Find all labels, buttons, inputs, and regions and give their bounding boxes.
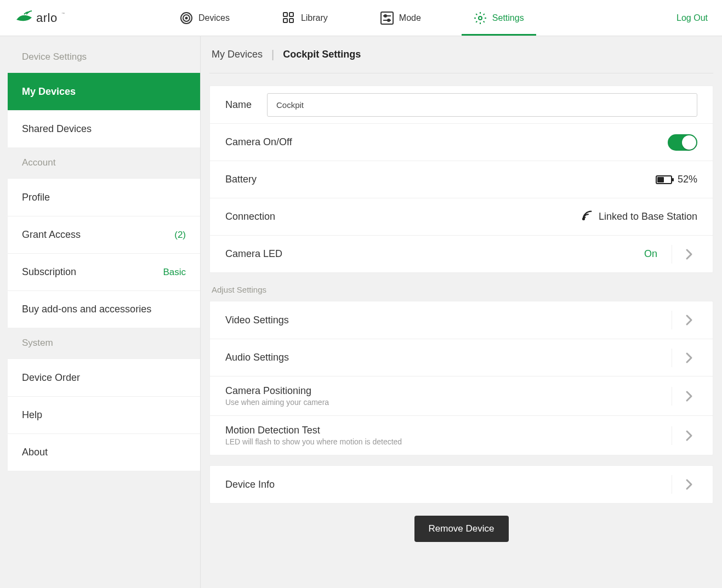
sidebar-item-label: Subscription	[22, 266, 76, 278]
camera-toggle[interactable]	[668, 134, 697, 151]
chevron-right-icon	[681, 248, 697, 260]
chevron-right-icon	[681, 430, 697, 442]
nav-library[interactable]: Library	[256, 0, 354, 36]
sidebar-item-grant-access[interactable]: Grant Access (2)	[8, 216, 200, 253]
separator	[672, 475, 672, 494]
svg-rect-8	[289, 19, 293, 22]
sidebar-item-label: About	[22, 447, 48, 458]
sidebar-item-label: Grant Access	[22, 229, 81, 241]
breadcrumb-current: Cockpit Settings	[283, 49, 361, 60]
row-battery: Battery 52%	[210, 161, 713, 198]
nav-devices[interactable]: Devices	[154, 0, 256, 36]
svg-text:arlo: arlo	[36, 11, 58, 25]
connection-value: Linked to Base Station	[599, 211, 697, 222]
sidebar-item-subscription[interactable]: Subscription Basic	[8, 253, 200, 290]
svg-rect-7	[283, 19, 287, 22]
remove-device-button[interactable]: Remove Device	[414, 516, 509, 542]
separator	[672, 245, 672, 264]
breadcrumb: My Devices | Cockpit Settings	[209, 36, 713, 73]
nav-label: Library	[301, 13, 328, 23]
device-info-card: Device Info	[209, 465, 713, 504]
motion-subtitle: LED will flash to show you where motion …	[225, 437, 402, 446]
nav-mode[interactable]: Mode	[354, 0, 447, 36]
sidebar-item-device-order[interactable]: Device Order	[8, 359, 200, 396]
sidebar-header-device-settings: Device Settings	[8, 42, 200, 72]
battery-label: Battery	[225, 174, 257, 185]
device-name-input[interactable]	[267, 93, 697, 117]
breadcrumb-separator: |	[271, 48, 274, 61]
battery-icon	[656, 175, 672, 184]
svg-point-11	[384, 15, 386, 17]
separator	[672, 311, 672, 329]
sidebar-item-label: Shared Devices	[22, 123, 92, 135]
separator	[672, 426, 672, 445]
svg-rect-9	[381, 12, 393, 24]
nav-label: Mode	[399, 13, 421, 23]
main-content: My Devices | Cockpit Settings Name Camer…	[201, 36, 722, 588]
svg-point-14	[479, 16, 482, 20]
sidebar-item-profile[interactable]: Profile	[8, 179, 200, 216]
top-nav: arlo ™ Devices Library Mode Sett	[0, 0, 722, 36]
sidebar-item-label: Buy add-ons and accessories	[22, 304, 151, 315]
primary-settings-card: Name Camera On/Off Battery 52% Connectio…	[209, 85, 713, 273]
grant-access-count: (2)	[174, 230, 186, 241]
audio-settings-label: Audio Settings	[225, 352, 289, 363]
row-camera-positioning[interactable]: Camera Positioning Use when aiming your …	[210, 376, 713, 415]
svg-rect-5	[283, 13, 287, 16]
nav-label: Devices	[198, 13, 230, 23]
nav-settings[interactable]: Settings	[447, 0, 550, 36]
sidebar-item-shared-devices[interactable]: Shared Devices	[8, 110, 200, 147]
connection-label: Connection	[225, 211, 275, 222]
subscription-plan: Basic	[163, 267, 186, 278]
battery-percent: 52%	[678, 174, 697, 185]
device-info-label: Device Info	[225, 479, 275, 490]
row-camera-led[interactable]: Camera LED On	[210, 235, 713, 272]
sidebar-header-account: Account	[8, 147, 200, 178]
target-icon	[180, 12, 193, 25]
sidebar-item-label: Help	[22, 409, 42, 421]
sidebar-item-label: Device Order	[22, 372, 80, 384]
separator	[672, 387, 672, 406]
camera-led-label: Camera LED	[225, 248, 282, 260]
nav-items: Devices Library Mode Settings	[154, 0, 676, 36]
motion-label: Motion Detection Test	[225, 425, 402, 436]
svg-point-13	[388, 19, 390, 21]
sliders-icon	[380, 12, 394, 25]
svg-point-4	[185, 16, 188, 19]
sidebar-item-help[interactable]: Help	[8, 396, 200, 433]
row-connection: Connection Linked to Base Station	[210, 198, 713, 235]
breadcrumb-root[interactable]: My Devices	[212, 49, 263, 60]
positioning-subtitle: Use when aiming your camera	[225, 398, 329, 407]
separator	[672, 349, 672, 367]
brand-logo: arlo ™	[0, 9, 154, 27]
adjust-settings-header: Adjust Settings	[209, 273, 713, 301]
adjust-settings-card: Video Settings Audio Settings	[209, 301, 713, 455]
chevron-right-icon	[681, 352, 697, 364]
camera-led-value: On	[644, 248, 657, 260]
sidebar-item-label: My Devices	[22, 86, 76, 98]
video-settings-label: Video Settings	[225, 315, 289, 326]
positioning-label: Camera Positioning	[225, 385, 329, 397]
row-audio-settings[interactable]: Audio Settings	[210, 339, 713, 376]
row-name: Name	[210, 86, 713, 123]
sidebar-item-addons[interactable]: Buy add-ons and accessories	[8, 290, 200, 328]
chevron-right-icon	[681, 390, 697, 402]
svg-text:™: ™	[61, 12, 65, 15]
name-label: Name	[225, 99, 252, 111]
sidebar-item-my-devices[interactable]: My Devices	[8, 73, 200, 110]
gear-icon	[474, 12, 487, 25]
camera-onoff-label: Camera On/Off	[225, 136, 292, 148]
row-camera-onoff: Camera On/Off	[210, 123, 713, 161]
row-motion-detection[interactable]: Motion Detection Test LED will flash to …	[210, 415, 713, 455]
nav-label: Settings	[492, 13, 524, 23]
settings-sidebar: Device Settings My Devices Shared Device…	[0, 36, 201, 588]
row-device-info[interactable]: Device Info	[210, 466, 713, 503]
svg-point-15	[583, 218, 584, 220]
sidebar-item-about[interactable]: About	[8, 433, 200, 471]
chevron-right-icon	[681, 314, 697, 326]
grid-icon	[282, 12, 295, 25]
logout-link[interactable]: Log Out	[676, 13, 722, 23]
sidebar-item-label: Profile	[22, 192, 50, 203]
chevron-right-icon	[681, 478, 697, 490]
row-video-settings[interactable]: Video Settings	[210, 301, 713, 339]
